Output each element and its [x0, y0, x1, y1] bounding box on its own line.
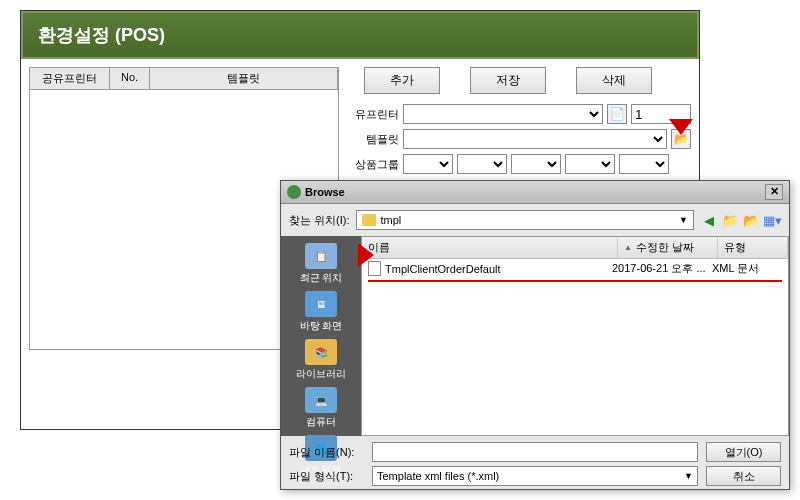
dialog-icon: [287, 185, 301, 199]
up-icon[interactable]: 📁: [721, 211, 739, 229]
places-sidebar: 📋최근 위치 🖥바탕 화면 📚라이브러리 💻컴퓨터 🌐네트워크: [281, 236, 361, 436]
location-label: 찾는 위치(I):: [289, 213, 350, 228]
sidebar-item-recent[interactable]: 📋최근 위치: [300, 241, 343, 287]
filetype-select[interactable]: Template xml files (*.xml)▼: [372, 466, 698, 486]
col-no[interactable]: No.: [110, 68, 150, 89]
view-icon[interactable]: ▦▾: [763, 211, 781, 229]
col-name[interactable]: 이름: [362, 237, 618, 258]
template-select[interactable]: [403, 129, 667, 149]
dialog-titlebar: Browse ✕: [281, 181, 789, 204]
group-select-3[interactable]: [511, 154, 561, 174]
printer-label: 유프린터: [344, 107, 399, 122]
xml-file-icon: [368, 261, 381, 276]
back-icon[interactable]: ◀: [700, 211, 718, 229]
folder-icon: [362, 214, 376, 226]
browse-dialog: Browse ✕ 찾는 위치(I): tmpl ▼ ◀ 📁 📂 ▦▾ 📋최근 위…: [280, 180, 790, 490]
dialog-title: Browse: [305, 186, 345, 198]
chevron-down-icon: ▼: [684, 471, 693, 481]
annotation-underline: [368, 280, 782, 282]
group-label: 상품그룹: [344, 157, 399, 172]
doc-icon[interactable]: 📄: [607, 104, 627, 124]
group-select-5[interactable]: [619, 154, 669, 174]
save-button[interactable]: 저장: [470, 67, 546, 94]
location-select[interactable]: tmpl ▼: [356, 210, 695, 230]
table-row[interactable]: TmplClientOrderDefault 2017-06-21 오후 ...…: [362, 259, 788, 278]
sort-asc-icon: ▲: [624, 243, 632, 252]
filetype-label: 파일 형식(T):: [289, 469, 364, 484]
col-modified[interactable]: ▲수정한 날짜: [618, 237, 718, 258]
template-label: 템플릿: [344, 132, 399, 147]
group-select-2[interactable]: [457, 154, 507, 174]
sidebar-item-library[interactable]: 📚라이브러리: [296, 337, 346, 383]
file-date: 2017-06-21 오후 ...: [612, 261, 712, 276]
printer-select[interactable]: [403, 104, 603, 124]
sidebar-item-computer[interactable]: 💻컴퓨터: [305, 385, 337, 431]
col-template[interactable]: 템플릿: [150, 68, 338, 89]
group-select-4[interactable]: [565, 154, 615, 174]
file-type: XML 문서: [712, 261, 782, 276]
location-value: tmpl: [381, 214, 402, 226]
group-select-1[interactable]: [403, 154, 453, 174]
sidebar-item-desktop[interactable]: 🖥바탕 화면: [300, 289, 343, 335]
window-title: 환경설정 (POS): [21, 11, 699, 59]
annotation-arrow-icon: [669, 119, 693, 135]
filename-input[interactable]: [372, 442, 698, 462]
chevron-down-icon: ▼: [679, 215, 688, 225]
filename-label: 파일 이름(N):: [289, 445, 364, 460]
file-name: TmplClientOrderDefault: [385, 263, 501, 275]
cancel-button[interactable]: 취소: [706, 466, 781, 486]
open-button[interactable]: 열기(O): [706, 442, 781, 462]
delete-button[interactable]: 삭제: [576, 67, 652, 94]
col-type[interactable]: 유형: [718, 237, 788, 258]
col-printer[interactable]: 공유프린터: [30, 68, 110, 89]
close-icon[interactable]: ✕: [765, 184, 783, 200]
new-folder-icon[interactable]: 📂: [742, 211, 760, 229]
file-list[interactable]: 이름 ▲수정한 날짜 유형 TmplClientOrderDefault 201…: [361, 236, 789, 436]
add-button[interactable]: 추가: [364, 67, 440, 94]
